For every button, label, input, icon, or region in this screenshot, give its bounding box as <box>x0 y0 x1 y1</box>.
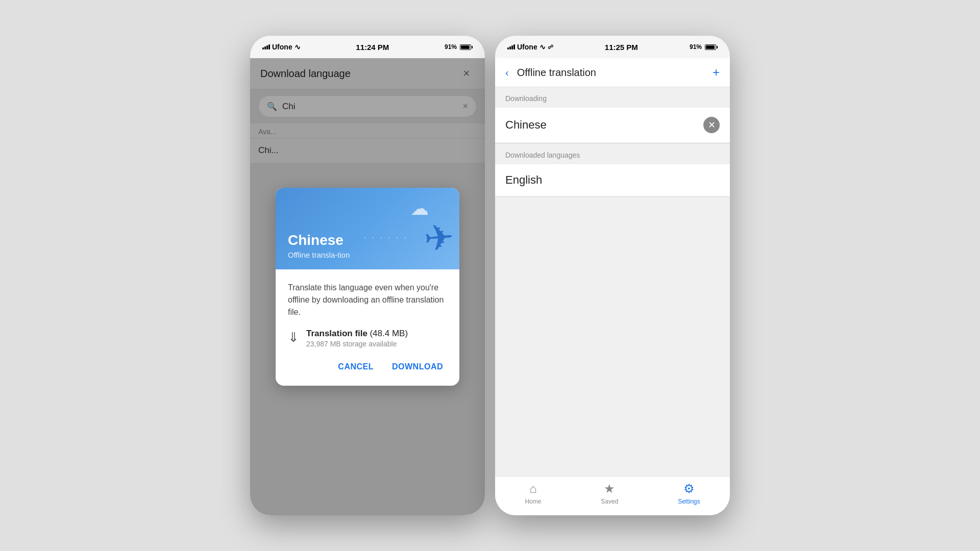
battery-icon-phone1 <box>460 44 473 50</box>
nav-home[interactable]: ⌂ Home <box>525 482 541 505</box>
english-language-name: English <box>505 173 542 186</box>
carrier-name: Ufone <box>272 43 292 51</box>
cancel-download-button[interactable]: ✕ <box>703 117 720 133</box>
status-bar-phone2: Ufone ∿ ☍ 11:25 PM 91% <box>495 36 730 58</box>
downloading-label: Downloading <box>495 87 730 108</box>
nav-settings[interactable]: ⚙ Settings <box>678 482 700 505</box>
file-label: Translation file <box>306 329 368 338</box>
dots-decoration: · · · · · · <box>364 233 408 241</box>
bottom-nav: ⌂ Home ★ Saved ⚙ Settings <box>495 476 730 515</box>
cancel-x-icon: ✕ <box>708 119 716 131</box>
download-file-icon: ⇓ <box>288 330 299 345</box>
home-icon: ⌂ <box>529 482 537 496</box>
status-icons-phone2: 91% <box>690 43 718 51</box>
modal-body: Translate this language even when you're… <box>276 269 459 386</box>
chinese-downloading-row[interactable]: Chinese ✕ <box>495 108 730 143</box>
carrier-phone1: Ufone ∿ <box>262 43 301 51</box>
saved-icon: ★ <box>604 482 615 496</box>
chinese-language-name: Chinese <box>505 118 547 132</box>
phone-offline-translation: Ufone ∿ ☍ 11:25 PM 91% ‹ Offline transla… <box>495 36 730 515</box>
plane-icon: ✈ <box>423 216 456 261</box>
modal-actions: CANCEL DOWNLOAD <box>288 360 447 373</box>
gray-spacer <box>495 197 730 476</box>
storage-info: 23,987 MB storage available <box>306 340 408 348</box>
carrier-name-2: Ufone <box>517 43 537 51</box>
downloaded-languages-label: Downloaded languages <box>495 143 730 164</box>
file-title-size: Translation file (48.4 MB) <box>306 329 408 339</box>
modal-banner: ☁ · · · · · · ✈ Chinese Offline transla-… <box>276 188 459 269</box>
nav-saved[interactable]: ★ Saved <box>601 482 618 505</box>
phone1-content: Download language × 🔍 Chi × Ava... Chi..… <box>250 58 485 515</box>
time-phone1: 11:24 PM <box>356 43 389 52</box>
saved-label: Saved <box>601 498 618 505</box>
percentage-phone1: 91% <box>445 43 457 51</box>
banner-text: Chinese Offline transla-tion <box>288 232 350 259</box>
cloud-icon: ☁ <box>410 198 429 219</box>
wifi-icon: ∿ <box>295 43 301 51</box>
signal-icon-2 <box>507 44 515 49</box>
download-modal: ☁ · · · · · · ✈ Chinese Offline transla-… <box>276 188 459 386</box>
signal-icon <box>262 44 270 49</box>
file-info: ⇓ Translation file (48.4 MB) 23,987 MB s… <box>288 329 447 348</box>
file-details: Translation file (48.4 MB) 23,987 MB sto… <box>306 329 408 348</box>
back-button[interactable]: ‹ <box>505 67 509 79</box>
status-icons-phone1: 91% <box>445 43 473 51</box>
settings-label: Settings <box>678 498 700 505</box>
english-language-row[interactable]: English <box>495 164 730 196</box>
modal-language-title: Chinese <box>288 232 350 248</box>
settings-icon: ⚙ <box>683 482 695 496</box>
wifi-icon-2: ∿ <box>540 43 546 51</box>
percentage-phone2: 91% <box>690 43 702 51</box>
offline-header: ‹ Offline translation + <box>495 58 730 87</box>
carrier-phone2: Ufone ∿ ☍ <box>507 43 553 51</box>
wifi-extra-icon: ☍ <box>548 44 553 51</box>
home-label: Home <box>525 498 541 505</box>
status-bar-phone1: Ufone ∿ 11:24 PM 91% <box>250 36 485 58</box>
modal-overlay: ☁ · · · · · · ✈ Chinese Offline transla-… <box>250 58 485 515</box>
modal-description: Translate this language even when you're… <box>288 282 447 318</box>
modal-offline-subtitle: Offline transla-tion <box>288 251 350 259</box>
battery-icon-phone2 <box>705 44 718 50</box>
time-phone2: 11:25 PM <box>605 43 638 52</box>
cancel-button[interactable]: CANCEL <box>334 360 378 373</box>
add-language-button[interactable]: + <box>713 65 720 80</box>
offline-title: Offline translation <box>517 67 704 79</box>
phone-download-language: Ufone ∿ 11:24 PM 91% Download language ×… <box>250 36 485 515</box>
download-button[interactable]: DOWNLOAD <box>388 360 447 373</box>
file-size: (48.4 MB) <box>370 329 408 338</box>
